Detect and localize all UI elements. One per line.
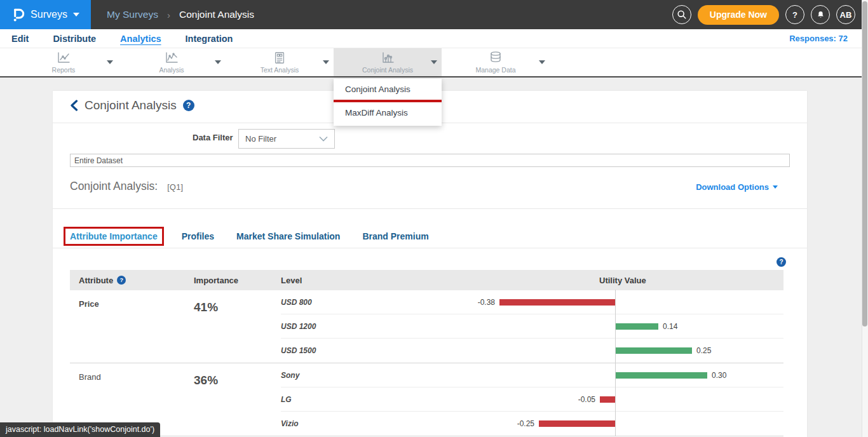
zero-axis-line [615, 411, 616, 436]
document-icon [273, 51, 287, 65]
levels-list: USD 800-0.38USD 12000.14USD 15000.25 [281, 290, 783, 363]
levels-list: Sony0.30LG-0.05Vizio-0.25 [281, 363, 783, 436]
level-name: Sony [281, 371, 470, 380]
divider [53, 248, 807, 248]
attribute-importance-table: Attribute ? Importance Level Utility Val… [70, 270, 783, 436]
tab-profiles[interactable]: Profiles [182, 231, 214, 241]
questionpro-logo-icon [11, 7, 25, 23]
data-filter-value: No Filter [245, 134, 276, 144]
help-button[interactable]: ? [785, 5, 804, 24]
tab-brand-premium[interactable]: Brand Premium [362, 231, 428, 241]
toolbar-item-analysis[interactable]: Analysis [118, 48, 226, 76]
attribute-help-icon[interactable]: ? [117, 276, 126, 285]
dropdown-item-conjoint-analysis[interactable]: Conjoint Analysis [334, 79, 442, 100]
utility-value-label: 0.30 [712, 371, 726, 380]
search-button[interactable] [672, 5, 691, 24]
survey-nav-bar: EditDistributeAnalyticsIntegration Respo… [0, 29, 868, 48]
search-icon [677, 10, 687, 20]
importance-value: 36% [194, 363, 281, 436]
nav-item-analytics[interactable]: Analytics [120, 34, 161, 44]
link-status-bar: javascript: loadNavLink('showConjoint.do… [0, 422, 160, 437]
page-title: Conjoint Analysis [85, 98, 177, 112]
download-options-label: Download Options [696, 182, 769, 192]
avatar[interactable]: AB [836, 5, 855, 24]
zero-axis-line [615, 290, 616, 314]
utility-value-label: 0.14 [663, 322, 677, 331]
utility-bar [616, 372, 707, 379]
tab-market-share-simulation[interactable]: Market Share Simulation [236, 231, 340, 241]
dropdown-item-maxdiff-analysis[interactable]: MaxDiff Analysis [334, 102, 442, 123]
top-bar: Surveys My Surveys › Conjoint Analysis U… [0, 0, 868, 29]
utility-bar-chart: 0.30 [470, 363, 783, 387]
nav-item-integration[interactable]: Integration [186, 34, 233, 44]
toolbar-item-text-analysis[interactable]: Text Analysis [226, 48, 334, 76]
bell-icon [816, 10, 825, 20]
utility-bar [600, 396, 615, 403]
dropdown-caret-icon[interactable] [107, 60, 113, 64]
nav-item-edit[interactable]: Edit [11, 34, 29, 44]
attribute-group-price: Price41%USD 800-0.38USD 12000.14USD 1500… [70, 290, 783, 363]
download-options-button[interactable]: Download Options [696, 182, 778, 192]
toolbar-item-label: Conjoint Analysis [362, 66, 413, 74]
table-body: Price41%USD 800-0.38USD 12000.14USD 1500… [70, 290, 783, 436]
toolbar-item-manage-data[interactable]: Manage Data [442, 48, 550, 76]
column-header-attribute: Attribute ? [70, 276, 194, 285]
utility-bar-chart: -0.38 [470, 290, 783, 314]
attribute-header-label: Attribute [79, 276, 113, 285]
app-menu-label: Surveys [31, 9, 67, 20]
trend-chart-icon [164, 51, 179, 65]
dropdown-caret-icon[interactable] [323, 60, 329, 64]
toolbar-item-conjoint-analysis[interactable]: Conjoint Analysis [334, 48, 442, 76]
level-row-usd-1500: USD 15000.25 [281, 339, 783, 363]
utility-bar [499, 299, 615, 306]
level-row-lg: LG-0.05 [281, 387, 783, 412]
scrollbar-thumb[interactable] [862, 1, 867, 326]
utility-value-label: 0.25 [696, 346, 711, 355]
notifications-button[interactable] [811, 5, 830, 24]
topbar-actions: Upgrade Now ? AB [672, 5, 855, 25]
dropdown-caret-icon[interactable] [215, 60, 221, 64]
question-mark-icon: ? [776, 257, 786, 267]
level-row-usd-1200: USD 12000.14 [281, 314, 783, 339]
toolbar-item-reports[interactable]: Reports [10, 48, 118, 76]
back-chevron-icon[interactable] [70, 100, 78, 111]
divider [53, 208, 807, 209]
database-icon [488, 51, 503, 65]
chevron-down-icon [73, 13, 79, 17]
title-help-icon[interactable]: ? [183, 100, 194, 111]
question-mark-icon: ? [792, 10, 797, 20]
dropdown-caret-icon[interactable] [431, 60, 437, 64]
level-row-sony: Sony0.30 [281, 363, 783, 387]
breadcrumb-separator-icon: › [167, 10, 170, 20]
breadcrumb-parent[interactable]: My Surveys [107, 9, 158, 20]
utility-bar [616, 347, 692, 354]
data-filter-select[interactable]: No Filter [238, 129, 335, 149]
level-row-vizio: Vizio-0.25 [281, 412, 783, 436]
tab-attribute-importance[interactable]: Attribute Importance [64, 227, 164, 246]
dropdown-caret-icon[interactable] [539, 60, 545, 64]
column-header-level: Level [281, 276, 470, 285]
level-name: USD 1500 [281, 346, 470, 355]
surveys-app-menu[interactable]: Surveys [0, 0, 91, 29]
conjoint-analysis-dropdown: Conjoint AnalysisMaxDiff Analysis [334, 79, 442, 126]
attribute-name[interactable]: Price [70, 290, 194, 363]
table-header-row: Attribute ? Importance Level Utility Val… [70, 270, 783, 290]
section-header: Conjoint Analysis: [Q1] Download Options [70, 180, 790, 193]
nav-item-distribute[interactable]: Distribute [53, 34, 96, 44]
line-chart-icon [56, 51, 71, 65]
utility-value-label: -0.05 [578, 395, 595, 404]
avatar-initials: AB [840, 10, 852, 20]
responses-count[interactable]: Responses: 72 [789, 34, 848, 43]
table-help-button[interactable]: ? [776, 257, 786, 267]
section-title: Conjoint Analysis: [70, 180, 158, 193]
vertical-scrollbar[interactable] [862, 0, 868, 437]
upgrade-now-button[interactable]: Upgrade Now [698, 5, 779, 25]
level-name: LG [281, 395, 470, 404]
level-name: USD 1200 [281, 322, 470, 331]
data-filter-label: Data Filter [193, 133, 233, 142]
report-tabs: Attribute ImportanceProfilesMarket Share… [64, 227, 451, 246]
utility-bar-chart: 0.14 [470, 314, 783, 338]
toolbar-item-label: Text Analysis [261, 66, 299, 74]
dataset-input[interactable] [70, 154, 790, 167]
zero-axis-line [615, 387, 616, 412]
